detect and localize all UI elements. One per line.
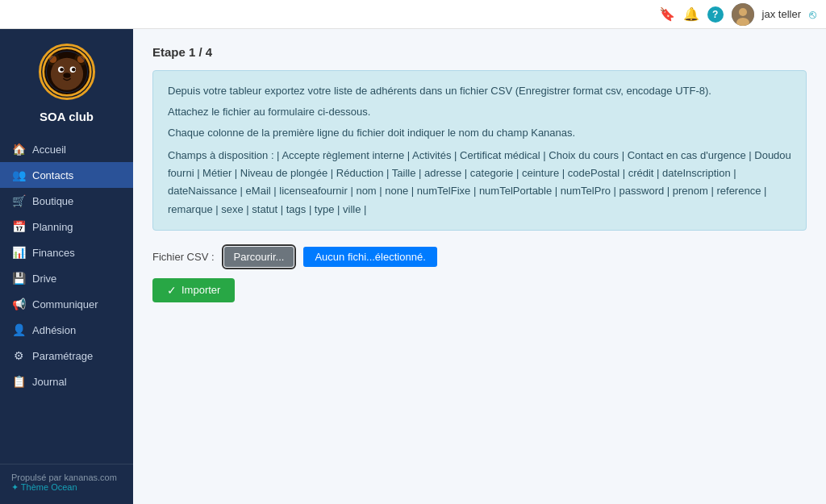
sidebar-label-journal: Journal <box>32 376 67 388</box>
svg-point-12 <box>71 68 75 72</box>
browse-button[interactable]: Parcourir... <box>224 247 294 267</box>
logo-circle <box>39 44 95 100</box>
sidebar-label-communiquer: Communiquer <box>32 298 98 310</box>
sidebar-club-name: SOA club <box>40 110 94 123</box>
svg-point-13 <box>63 73 70 77</box>
svg-point-1 <box>739 8 747 16</box>
svg-point-11 <box>60 68 64 72</box>
check-icon: ✓ <box>167 284 177 297</box>
planning-icon: 📅 <box>11 220 26 233</box>
sidebar-nav: 🏠Accueil👥Contacts🛒Boutique📅Planning📊Fina… <box>0 131 133 464</box>
avatar <box>732 3 754 26</box>
sidebar-item-boutique[interactable]: 🛒Boutique <box>0 188 133 214</box>
sidebar-label-drive: Drive <box>32 273 56 285</box>
no-file-label: Aucun fichi...électionné. <box>303 247 436 267</box>
sidebar-item-communiquer[interactable]: 📢Communiquer <box>0 291 133 317</box>
info-line3: Chaque colonne de la première ligne du f… <box>168 124 791 142</box>
sidebar-item-finances[interactable]: 📊Finances <box>0 240 133 265</box>
footer-powered: Propulsé par kananas.com <box>11 473 122 482</box>
communiquer-icon: 📢 <box>11 298 26 310</box>
info-fields: Champs à disposition : | Accepte règleme… <box>168 147 791 218</box>
import-button[interactable]: ✓ Importer <box>152 278 235 302</box>
username: jax teller <box>762 8 801 20</box>
bell-icon[interactable]: 🔔 <box>683 6 699 22</box>
main-content: Etape 1 / 4 Depuis votre tableur exporte… <box>133 29 826 504</box>
sidebar-label-finances: Finances <box>32 247 75 259</box>
finances-icon: 📊 <box>11 246 26 259</box>
journal-icon: 📋 <box>11 375 26 388</box>
sidebar-logo: SOA club <box>0 29 133 131</box>
top-bar-icons: 🔖 🔔 ? jax teller ⎋ <box>659 3 816 26</box>
sidebar-item-journal[interactable]: 📋Journal <box>0 369 133 394</box>
sidebar-footer: Propulsé par kananas.com ✦ Thème Ocean <box>0 464 133 504</box>
sidebar-item-accueil[interactable]: 🏠Accueil <box>0 136 133 162</box>
step-title: Etape 1 / 4 <box>152 45 807 59</box>
logout-icon[interactable]: ⎋ <box>809 7 816 21</box>
accueil-icon: 🏠 <box>11 143 26 156</box>
file-upload-row: Fichier CSV : Parcourir... Aucun fichi..… <box>152 247 807 267</box>
sidebar-item-parametrage[interactable]: ⚙Paramétrage <box>0 343 133 369</box>
adhesion-icon: 👤 <box>11 323 26 336</box>
sidebar-item-drive[interactable]: 💾Drive <box>0 265 133 291</box>
sidebar: SOA club 🏠Accueil👥Contacts🛒Boutique📅Plan… <box>0 29 133 504</box>
sidebar-label-boutique: Boutique <box>32 195 73 207</box>
boutique-icon: 🛒 <box>11 194 26 207</box>
sidebar-item-contacts[interactable]: 👥Contacts <box>0 162 133 188</box>
info-line1: Depuis votre tableur exportez votre list… <box>168 82 791 100</box>
bookmark-icon[interactable]: 🔖 <box>659 6 675 22</box>
help-icon[interactable]: ? <box>707 6 724 23</box>
sidebar-label-parametrage: Paramétrage <box>32 350 93 362</box>
sidebar-label-planning: Planning <box>32 221 73 233</box>
sidebar-label-accueil: Accueil <box>32 144 66 156</box>
top-bar: 🔖 🔔 ? jax teller ⎋ <box>0 0 826 29</box>
contacts-icon: 👥 <box>11 169 26 181</box>
sidebar-label-contacts: Contacts <box>32 169 73 181</box>
file-label: Fichier CSV : <box>152 251 215 263</box>
drive-icon: 💾 <box>11 272 26 285</box>
info-box: Depuis votre tableur exportez votre list… <box>152 70 807 231</box>
sidebar-item-adhesion[interactable]: 👤Adhésion <box>0 317 133 343</box>
parametrage-icon: ⚙ <box>11 349 26 362</box>
import-row: ✓ Importer <box>152 278 807 302</box>
app-layout: SOA club 🏠Accueil👥Contacts🛒Boutique📅Plan… <box>0 29 826 504</box>
sidebar-label-adhesion: Adhésion <box>32 324 76 336</box>
sidebar-item-planning[interactable]: 📅Planning <box>0 214 133 240</box>
footer-theme: ✦ Thème Ocean <box>11 482 122 493</box>
import-button-label: Importer <box>181 284 220 296</box>
info-line2: Attachez le fichier au formulaire ci-des… <box>168 103 791 121</box>
